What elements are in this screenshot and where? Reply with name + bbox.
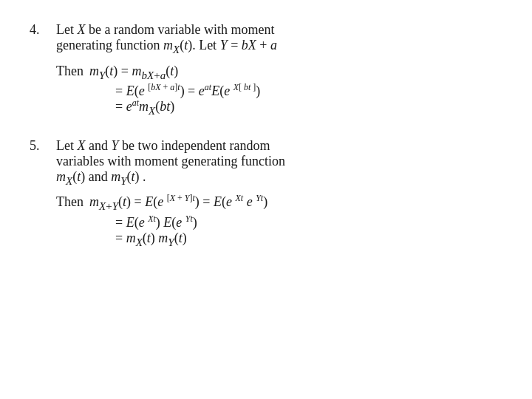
problem-4-eq1: Then mY(t) = mbX+a(t) (56, 61, 502, 84)
problem-5-line1: Let X and Y be two independent random (56, 138, 285, 154)
problem-4-line1: Let X be a random variable with moment (56, 22, 277, 38)
problem-5: 5. Let X and Y be two independent random… (30, 138, 502, 249)
problem-4-header: Let X be a random variable with moment g… (56, 22, 277, 56)
problem-4-number: 4. (30, 22, 56, 56)
problem-4-line2: generating function mX(t). Let Y = bX + … (56, 38, 277, 56)
problem-4-eq2: = E(e [bX + a]t) = eatE(e X[ bt ]) (115, 83, 502, 99)
problem-4-eq3: = eatmX(bt) (115, 99, 502, 117)
problem-5-eq1: Then mX+Y(t) = E(e [X + Y]t) = E(e Xt e … (56, 191, 502, 215)
problem-4: 4. Let X be a random variable with momen… (30, 22, 502, 117)
problem-4-then: Then mY(t) = mbX+a(t) = E(e [bX + a]t) =… (56, 61, 502, 117)
problem-5-line3: mX(t) and mY(t) . (56, 169, 285, 188)
problem-5-number: 5. (30, 138, 56, 188)
problem-5-then: Then mX+Y(t) = E(e [X + Y]t) = E(e Xt e … (56, 191, 502, 248)
problem-5-header: Let X and Y be two independent random va… (56, 138, 285, 188)
problem-5-line2: variables with moment generating functio… (56, 154, 285, 169)
problem-5-eq2: = E(e Xt) E(e Yt) (115, 215, 502, 231)
problem-5-eq3: = mX(t) mY(t) (115, 231, 502, 249)
main-content: 4. Let X be a random variable with momen… (30, 22, 502, 377)
